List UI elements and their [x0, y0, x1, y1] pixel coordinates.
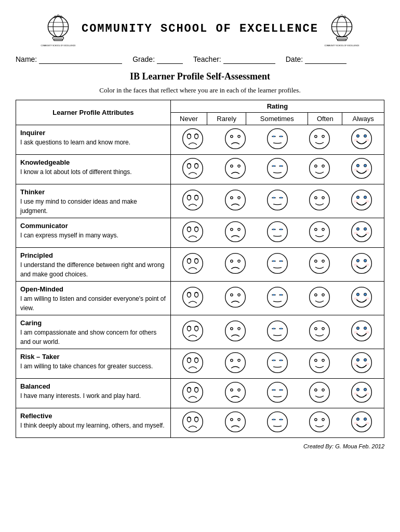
svg-point-160	[183, 321, 203, 341]
attr-cell-7: Risk – TakerI am willing to take chances…	[16, 349, 171, 379]
svg-point-136	[366, 263, 369, 265]
svg-point-155	[352, 287, 372, 308]
table-row: KnowledgeableI know a lot about lots of …	[16, 155, 384, 184]
face-5-row-8[interactable]	[350, 381, 373, 406]
svg-point-181	[354, 331, 357, 333]
face-1-row-8[interactable]	[181, 381, 204, 406]
face-4-row-5[interactable]	[308, 286, 331, 311]
face-3-row-3[interactable]	[266, 220, 289, 245]
attr-name-6: Caring	[20, 319, 42, 327]
svg-point-65	[364, 164, 367, 167]
svg-point-225	[357, 388, 359, 391]
face-2-row-5[interactable]	[224, 286, 247, 311]
faces-row-1	[172, 157, 383, 182]
faces-cell-0	[170, 125, 384, 155]
face-4-row-6[interactable]	[308, 320, 331, 344]
face-1-row-4[interactable]	[181, 252, 204, 277]
grade-input[interactable]	[157, 55, 183, 64]
svg-point-202	[357, 358, 359, 361]
svg-point-151	[280, 294, 282, 296]
attr-cell-2: ThinkerI use my mind to consider ideas a…	[16, 184, 171, 218]
face-2-row-8[interactable]	[224, 381, 247, 406]
face-1-row-7[interactable]	[181, 351, 204, 376]
face-5-row-2[interactable]	[350, 189, 373, 214]
faces-row-5	[172, 286, 383, 311]
svg-point-110	[357, 228, 359, 230]
col1-header: Learner Profile Attributes	[16, 100, 171, 125]
face-1-row-5[interactable]	[181, 286, 204, 311]
face-2-row-1[interactable]	[224, 157, 247, 182]
grade-label: Grade:	[132, 55, 155, 63]
face-2-row-6[interactable]	[224, 320, 247, 344]
face-4-row-7[interactable]	[308, 351, 331, 376]
face-4-row-2[interactable]	[308, 189, 331, 214]
teacher-input[interactable]	[223, 55, 275, 64]
face-3-row-6[interactable]	[266, 320, 289, 344]
face-5-row-4[interactable]	[350, 252, 373, 277]
svg-point-114	[183, 254, 203, 274]
svg-point-128	[280, 260, 282, 262]
svg-point-206	[183, 382, 203, 403]
attr-name-4: Principled	[20, 251, 53, 259]
name-input[interactable]	[39, 55, 122, 64]
svg-point-52	[225, 158, 245, 179]
svg-point-159	[366, 297, 369, 299]
face-4-row-8[interactable]	[308, 381, 331, 406]
face-3-row-8[interactable]	[266, 381, 289, 406]
face-1-row-1[interactable]	[181, 157, 204, 182]
face-5-row-1[interactable]	[350, 157, 373, 182]
face-4-row-1[interactable]	[308, 157, 331, 182]
face-1-row-2[interactable]	[181, 189, 204, 214]
face-5-row-6[interactable]	[350, 320, 373, 344]
face-3-row-1[interactable]	[266, 157, 289, 182]
face-5-row-7[interactable]	[350, 351, 373, 376]
face-3-row-5[interactable]	[266, 286, 289, 311]
attr-name-9: Reflective	[20, 412, 52, 420]
svg-point-40	[352, 129, 372, 149]
svg-point-226	[364, 388, 367, 391]
svg-point-37	[310, 129, 330, 149]
face-2-row-2[interactable]	[224, 189, 247, 214]
svg-point-193	[267, 353, 287, 373]
svg-point-41	[357, 135, 359, 137]
svg-point-220	[280, 389, 282, 391]
face-3-row-4[interactable]	[266, 252, 289, 277]
svg-point-224	[352, 382, 372, 403]
svg-point-127	[273, 260, 275, 262]
face-5-row-5[interactable]	[350, 286, 373, 311]
face-2-row-3[interactable]	[224, 220, 247, 245]
face-4-row-0[interactable]	[308, 127, 331, 152]
face-2-row-0[interactable]	[224, 127, 247, 152]
svg-point-32	[267, 129, 287, 149]
face-4-row-9[interactable]	[308, 410, 331, 435]
svg-point-152	[310, 287, 330, 308]
attr-desc-2: I use my mind to consider ideas and make…	[20, 198, 137, 215]
face-5-row-9[interactable]	[350, 410, 373, 435]
face-1-row-9[interactable]	[181, 410, 204, 435]
face-3-row-9[interactable]	[266, 410, 289, 435]
svg-point-36	[280, 136, 282, 138]
face-1-row-0[interactable]	[181, 127, 204, 152]
face-1-row-3[interactable]	[181, 220, 204, 245]
face-1-row-6[interactable]	[181, 320, 204, 344]
face-2-row-9[interactable]	[224, 410, 247, 435]
face-3-row-0[interactable]	[266, 127, 289, 152]
svg-point-170	[267, 321, 287, 341]
face-3-row-7[interactable]	[266, 351, 289, 376]
face-3-row-2[interactable]	[266, 189, 289, 214]
label-often: Often	[308, 113, 342, 125]
attr-cell-0: InquirerI ask questions to learn and kno…	[16, 125, 171, 155]
face-4-row-4[interactable]	[308, 252, 331, 277]
svg-point-239	[267, 412, 287, 432]
face-2-row-7[interactable]	[224, 351, 247, 376]
face-5-row-0[interactable]	[350, 127, 373, 152]
date-input[interactable]	[305, 55, 346, 64]
svg-point-156	[357, 293, 359, 296]
svg-point-86	[352, 190, 372, 210]
face-5-row-3[interactable]	[350, 220, 373, 245]
face-4-row-3[interactable]	[308, 220, 331, 245]
face-2-row-4[interactable]	[224, 252, 247, 277]
attr-name-7: Risk – Taker	[20, 353, 60, 361]
right-globe-icon: COMMUNITY SCHOOL OF EXCELLENCE	[324, 10, 360, 47]
table-row: Risk – TakerI am willing to take chances…	[16, 349, 384, 379]
